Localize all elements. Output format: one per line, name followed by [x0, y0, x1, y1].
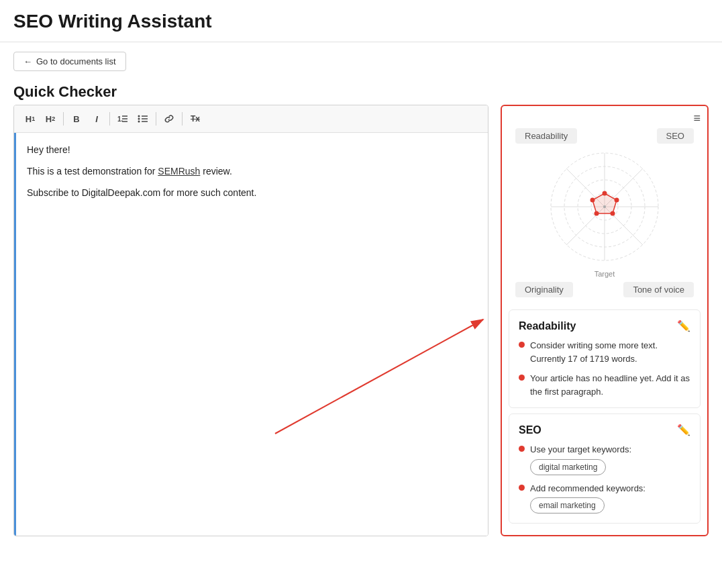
keyword-chip-digital-marketing[interactable]: digital marketing [530, 459, 606, 475]
svg-point-22 [615, 198, 619, 203]
svg-point-21 [603, 191, 607, 196]
red-dot-1 [519, 342, 525, 348]
arrow-left-icon: ← [23, 56, 32, 66]
ul-icon [138, 113, 148, 124]
radar-labels-top: Readability SEO [509, 128, 701, 144]
svg-point-4 [138, 115, 140, 117]
seo-edit-icon[interactable]: ✏️ [677, 424, 690, 436]
radar-target-label: Target [595, 270, 615, 278]
readability-tab[interactable]: Readability [515, 128, 577, 144]
right-panel-scroll[interactable]: Readability SEO [502, 128, 707, 535]
seo-item-1: Use your target keywords: digital market… [519, 443, 690, 475]
semrush-link[interactable]: SEMRush [158, 166, 200, 177]
editor-panel: H1 H2 B I 1. [13, 105, 488, 536]
italic-button[interactable]: I [87, 109, 106, 128]
seo-card-header: SEO ✏️ [519, 424, 690, 436]
ordered-list-button[interactable]: 1. [113, 109, 132, 128]
link-button[interactable] [160, 109, 178, 128]
editor-toolbar: H1 H2 B I 1. [14, 105, 488, 133]
keyword-chip-email-marketing[interactable]: email marketing [530, 497, 605, 513]
seo-item-2: Add recommended keywords: email marketin… [519, 482, 690, 514]
h2-button[interactable]: H2 [41, 109, 60, 128]
readability-edit-icon[interactable]: ✏️ [677, 320, 690, 332]
svg-point-23 [611, 211, 615, 216]
readability-card: Readability ✏️ Consider writing some mor… [509, 309, 701, 408]
h1-button[interactable]: H1 [21, 109, 40, 128]
readability-card-header: Readability ✏️ [519, 320, 690, 332]
unordered-list-button[interactable] [134, 109, 152, 128]
svg-point-26 [603, 205, 606, 208]
originality-tab[interactable]: Originality [515, 282, 573, 297]
readability-item-2: Your article has no headline yet. Add it… [519, 372, 690, 398]
red-dot-4 [519, 485, 525, 491]
seo-tab[interactable]: SEO [657, 128, 694, 144]
radar-area: Readability SEO [502, 128, 707, 304]
page-header: SEO Writing Assistant [0, 0, 722, 42]
seo-card: SEO ✏️ Use your target keywords: digital… [509, 413, 701, 524]
radar-chart [531, 148, 678, 268]
radar-labels-bottom: Originality Tone of voice [509, 282, 701, 297]
clear-format-button[interactable]: Tx [186, 109, 205, 128]
hamburger-icon[interactable]: ≡ [693, 111, 701, 126]
quick-checker-heading: Quick Checker [0, 78, 722, 105]
editor-line-2: This is a test demonstration for SEMRush… [27, 164, 477, 180]
toolbar-row: ← Go to documents list [0, 42, 722, 78]
seo-title: SEO [519, 424, 542, 436]
readability-item-1: Consider writing some more text. Current… [519, 339, 690, 365]
svg-point-5 [138, 118, 140, 120]
link-icon [164, 113, 174, 124]
toolbar-separator-4 [182, 112, 183, 126]
toolbar-separator-2 [109, 112, 110, 126]
right-panel-header: ≡ [502, 106, 707, 128]
svg-point-25 [590, 198, 595, 203]
toolbar-separator-1 [63, 112, 64, 126]
right-panel: ≡ Readability SEO [501, 105, 709, 536]
editor-line-1: Hey there! [27, 142, 477, 158]
editor-content[interactable]: Hey there! This is a test demonstration … [14, 133, 488, 536]
svg-point-24 [595, 211, 599, 216]
go-back-button[interactable]: ← Go to documents list [13, 52, 126, 71]
bold-button[interactable]: B [67, 109, 86, 128]
editor-line-3: Subscribe to DigitalDeepak.com for more … [27, 185, 477, 201]
toolbar-separator-3 [156, 112, 156, 126]
main-area: H1 H2 B I 1. [0, 105, 722, 550]
readability-title: Readability [519, 320, 576, 332]
svg-point-6 [138, 121, 140, 123]
red-dot-2 [519, 375, 525, 381]
ol-icon: 1. [117, 113, 128, 124]
editor-right-wrapper: H1 H2 B I 1. [13, 105, 709, 536]
red-dot-3 [519, 446, 525, 452]
page-title: SEO Writing Assistant [13, 11, 709, 32]
tone-of-voice-tab[interactable]: Tone of voice [623, 282, 694, 297]
